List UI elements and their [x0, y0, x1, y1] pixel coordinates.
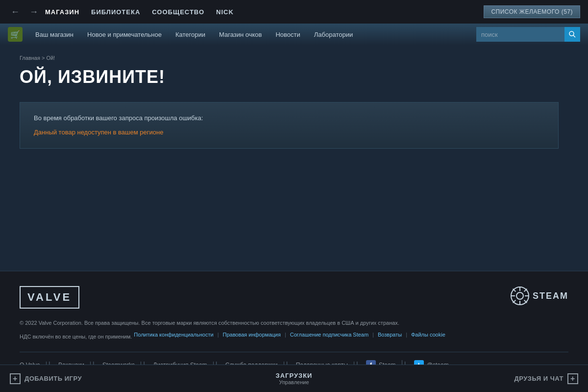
wishlist-button[interactable]: СПИСОК ЖЕЛАЕМОГО (57): [484, 5, 580, 18]
breadcrumb-current: Ой!: [46, 55, 55, 61]
forward-arrow[interactable]: →: [26, 5, 41, 19]
copyright-text: © 2022 Valve Corporation. Все права защи…: [20, 318, 568, 328]
svg-point-0: [569, 31, 574, 36]
top-nav-links: МАГАЗИН БИБЛИОТЕКА СООБЩЕСТВО NICK: [45, 8, 480, 16]
add-game-button[interactable]: + ДОБАВИТЬ ИГРУ: [10, 373, 82, 384]
friends-chat-label: ДРУЗЬЯ И ЧАТ: [514, 375, 564, 382]
footer-link-subscriber[interactable]: Соглашение подписчика Steam: [290, 330, 368, 340]
nav-nick[interactable]: NICK: [216, 8, 234, 16]
downloads-sub-label: Управление: [279, 379, 309, 385]
bottom-left: + ДОБАВИТЬ ИГРУ: [10, 373, 199, 384]
search-input[interactable]: [476, 27, 564, 42]
svg-line-1: [573, 35, 575, 37]
footer-link-legal[interactable]: Правовая информация: [223, 330, 281, 340]
content-area: Главная > Ой! ОЙ, ИЗВИНИТЕ! Во время обр…: [0, 45, 588, 271]
add-game-label: ДОБАВИТЬ ИГРУ: [24, 375, 82, 382]
nav-your-store[interactable]: Ваш магазин: [28, 24, 80, 45]
store-icon: 🛒: [8, 27, 23, 42]
bottom-center: ЗАГРУЗКИ Управление: [199, 372, 389, 385]
nds-text: НДС включён во все цены, где он применим…: [20, 332, 132, 342]
search-icon: [568, 30, 576, 38]
breadcrumb-home[interactable]: Главная: [20, 55, 40, 61]
bottom-right: ДРУЗЬЯ И ЧАТ +: [389, 373, 578, 384]
footer-link-refunds[interactable]: Возвраты: [378, 330, 402, 340]
footer-top: VALVE STEAM: [20, 286, 568, 309]
error-text: Во время обработки вашего запроса произо…: [34, 114, 544, 122]
store-emoji-icon: 🛒: [10, 30, 20, 39]
search-container: [476, 27, 580, 42]
back-arrow[interactable]: ←: [8, 5, 23, 19]
valve-logo: VALVE: [20, 286, 79, 309]
steam-wheel-icon: [510, 286, 530, 306]
error-link[interactable]: Данный товар недоступен в вашем регионе: [34, 129, 163, 136]
friends-chat-button[interactable]: ДРУЗЬЯ И ЧАТ +: [514, 373, 578, 384]
friends-chat-plus-icon: +: [567, 373, 578, 384]
footer-link-cookies[interactable]: Файлы cookie: [411, 330, 445, 340]
page-title: ОЙ, ИЗВИНИТЕ!: [20, 67, 568, 87]
nav-library[interactable]: БИБЛИОТЕКА: [91, 8, 140, 16]
search-button[interactable]: [564, 27, 580, 42]
sec-nav-links: Ваш магазин Новое и примечательное Катег…: [28, 24, 476, 45]
footer-copyright: © 2022 Valve Corporation. Все права защи…: [20, 318, 568, 344]
valve-logo-text: VALVE: [27, 291, 72, 303]
nav-new-notable[interactable]: Новое и примечательное: [80, 24, 169, 45]
svg-point-3: [516, 292, 523, 299]
downloads-button[interactable]: ЗАГРУЗКИ: [276, 372, 313, 379]
add-game-plus-icon: +: [10, 373, 21, 384]
footer-links: Политика конфиденциальности | Правовая и…: [134, 330, 445, 340]
steam-footer-text: STEAM: [533, 291, 568, 301]
nav-news[interactable]: Новости: [269, 24, 307, 45]
footer: VALVE STEAM © 2022 Valve Corporation. Вс…: [0, 271, 588, 380]
nav-labs[interactable]: Лаборатории: [307, 24, 360, 45]
top-bar: ← → МАГАЗИН БИБЛИОТЕКА СООБЩЕСТВО NICK С…: [0, 0, 588, 24]
nav-community[interactable]: СООБЩЕСТВО: [152, 8, 204, 16]
nav-store[interactable]: МАГАЗИН: [45, 8, 79, 16]
nav-categories[interactable]: Категории: [169, 24, 212, 45]
nav-points-shop[interactable]: Магазин очков: [212, 24, 269, 45]
secondary-nav: 🛒 Ваш магазин Новое и примечательное Кат…: [0, 24, 588, 45]
bottom-bar: + ДОБАВИТЬ ИГРУ ЗАГРУЗКИ Управление ДРУЗ…: [0, 365, 588, 392]
breadcrumb-separator: >: [42, 55, 46, 61]
footer-link-privacy[interactable]: Политика конфиденциальности: [134, 330, 213, 340]
breadcrumb: Главная > Ой!: [20, 55, 568, 61]
steam-footer-logo: STEAM: [510, 286, 568, 306]
error-box: Во время обработки вашего запроса произо…: [20, 102, 559, 149]
